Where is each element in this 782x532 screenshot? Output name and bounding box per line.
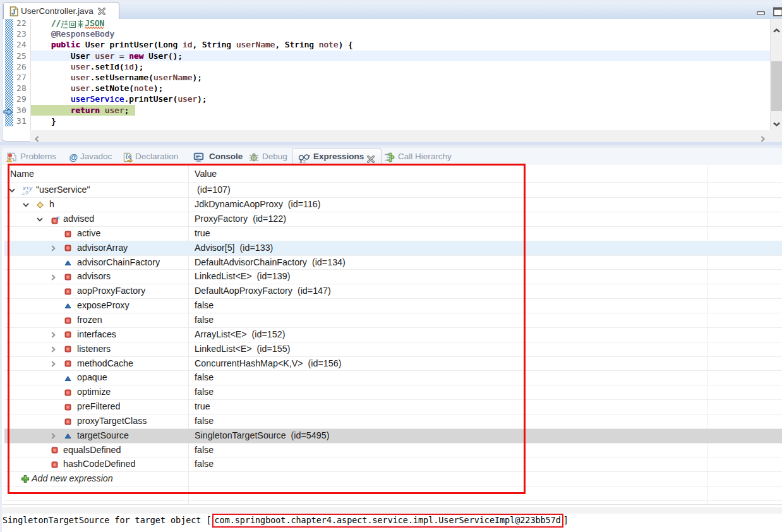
view-tab-call-hierarchy[interactable]: Call Hierarchy: [398, 152, 452, 161]
column-header-value[interactable]: Value: [195, 169, 217, 179]
row-gridline: [4, 212, 782, 212]
code-line-30[interactable]: 30 return user;: [3, 105, 771, 116]
editor-tab-usercontroller[interactable]: J UserController.java: [3, 2, 119, 20]
code-line-26[interactable]: 26 user.setId(id);: [3, 61, 771, 72]
scroll-up-icon[interactable]: [773, 25, 780, 36]
problems-icon: [6, 151, 17, 162]
view-tab-expressions[interactable]: x = Expressions: [292, 148, 382, 165]
bottom-view-stack: Problems@ Javadoc{e Declaration Console …: [2, 148, 782, 532]
table-row-advised[interactable]: FadvisedProxyFactory (id=122): [2, 212, 782, 226]
collapse-arrow-icon[interactable]: [51, 430, 56, 441]
view-tab-debug[interactable]: Debug: [262, 152, 287, 161]
table-row-advisors[interactable]: advisorsLinkedList<E> (id=139): [2, 269, 782, 284]
field-default-icon: [64, 372, 71, 384]
view-tab-declaration[interactable]: Declaration: [135, 152, 178, 161]
table-row-advisorchainfactory[interactable]: advisorChainFactoryDefaultAdvisorChainFa…: [2, 255, 782, 270]
code-line-24[interactable]: 24 public User printUser(Long id, String…: [3, 39, 771, 50]
editor-horizontal-scrollbar[interactable]: [30, 130, 770, 142]
editor-panel-sash[interactable]: [0, 142, 782, 145]
table-row-opaque[interactable]: opaquefalse: [2, 370, 782, 385]
close-view-icon[interactable]: [367, 153, 375, 164]
field-private-icon: [64, 242, 71, 253]
scroll-down-icon[interactable]: [773, 118, 780, 130]
expressions-table[interactable]: Name Value x+y=?"userService" (id=107)hJ…: [2, 165, 782, 505]
row-name: advised: [63, 212, 94, 226]
svg-text:F: F: [56, 215, 60, 221]
table-row-equalsdefined[interactable]: equalsDefinedfalse: [2, 443, 782, 457]
row-name: interfaces: [77, 327, 116, 342]
row-gridline: [4, 385, 782, 385]
field-default-icon: [64, 300, 71, 311]
highlighted-classname: com.springboot.chapter4.aspect.service.i…: [212, 514, 563, 528]
expand-arrow-icon[interactable]: [37, 213, 43, 224]
row-name: Add new expression: [32, 471, 113, 486]
code-line-29[interactable]: 29 userService.printUser(user);: [3, 94, 771, 104]
table-row-prefiltered[interactable]: preFilteredtrue: [2, 399, 782, 414]
vscroll-thumb[interactable]: [771, 61, 782, 111]
row-value: false: [195, 457, 214, 471]
code-line-31[interactable]: 31 }: [3, 116, 771, 126]
table-row-userservice[interactable]: x+y=?"userService" (id=107): [2, 183, 782, 197]
javadoc-icon: @: [69, 151, 78, 162]
table-row-aopproxyfactory[interactable]: aopProxyFactoryDefaultAopProxyFactory (i…: [2, 284, 782, 298]
table-row-targetsource[interactable]: targetSourceSingletonTargetSource (id=54…: [2, 428, 782, 443]
collapse-arrow-icon[interactable]: [51, 358, 56, 369]
table-row-proxytargetclass[interactable]: proxyTargetClassfalse: [2, 414, 782, 428]
editor-tab-bar: J UserController.java: [3, 2, 782, 20]
code-line-23[interactable]: 23 @ResponseBody: [3, 28, 771, 39]
field-private-icon: [64, 401, 71, 412]
row-value: ConcurrentHashMap<K,V> (id=156): [195, 356, 341, 371]
table-row-hashcodedefined[interactable]: hashCodeDefinedfalse: [2, 457, 782, 471]
expression-detail-pane[interactable]: SingletonTargetSource for target object …: [2, 505, 782, 532]
row-name: advisorArray: [77, 241, 128, 255]
code-line-25[interactable]: 25 User user = new User();: [3, 51, 771, 61]
minimize-icon[interactable]: [757, 6, 765, 17]
line-number: 24: [16, 39, 27, 50]
collapse-arrow-icon[interactable]: [51, 271, 56, 282]
view-tab-problems[interactable]: Problems: [20, 152, 56, 161]
table-row-exposeproxy[interactable]: exposeProxyfalse: [2, 298, 782, 313]
code-line-28[interactable]: 28 user.setNote(note);: [3, 83, 771, 94]
row-name: targetSource: [77, 428, 129, 443]
row-gridline: [4, 313, 782, 313]
table-row-methodcache[interactable]: methodCacheConcurrentHashMap<K,V> (id=15…: [2, 356, 782, 371]
collapse-arrow-icon[interactable]: [51, 343, 56, 354]
code-line-22[interactable]: 22 //JSON: [3, 19, 771, 28]
code-editor[interactable]: 22 //JSON23 @ResponseBody24 public User …: [3, 19, 771, 130]
maximize-icon[interactable]: [773, 6, 782, 17]
table-row-active[interactable]: activetrue: [2, 226, 782, 241]
table-row-listeners[interactable]: listenersLinkedList<E> (id=155): [2, 342, 782, 356]
cjk-comment-glyphs: [61, 19, 85, 28]
line-number: 28: [16, 83, 27, 94]
row-gridline: [4, 457, 782, 457]
collapse-arrow-icon[interactable]: [51, 242, 56, 253]
table-row-optimize[interactable]: optimizefalse: [2, 385, 782, 399]
table-row-h[interactable]: hJdkDynamicAopProxy (id=116): [2, 197, 782, 212]
expand-arrow-icon[interactable]: [9, 184, 15, 196]
row-name: advisorChainFactory: [77, 255, 160, 270]
view-tab-javadoc[interactable]: Javadoc: [80, 152, 112, 161]
table-row-interfaces[interactable]: interfacesArrayList<E> (id=152): [2, 327, 782, 342]
table-row-add-new-expression[interactable]: Add new expression: [2, 471, 782, 486]
code-line-27[interactable]: 27 user.setUsername(userName);: [3, 72, 771, 83]
java-file-icon: J: [9, 6, 18, 17]
field-private-icon: [64, 227, 71, 239]
field-default-icon: [64, 430, 71, 441]
table-row-advisorarray[interactable]: advisorArrayAdvisor[5] (id=133): [2, 241, 782, 255]
row-value: false: [195, 385, 214, 399]
row-name: optimize: [77, 385, 111, 399]
row-gridline: [4, 356, 782, 357]
column-header-name[interactable]: Name: [10, 169, 34, 179]
field-private-icon: [64, 286, 71, 297]
scrollbar-corner: [770, 130, 782, 142]
table-row-frozen[interactable]: frozenfalse: [2, 313, 782, 327]
close-icon[interactable]: [98, 6, 105, 17]
row-value: JdkDynamicAopProxy (id=116): [195, 197, 321, 212]
editor-vertical-scrollbar[interactable]: [770, 19, 782, 130]
row-name: frozen: [77, 313, 102, 327]
view-tab-console[interactable]: Console: [209, 152, 243, 161]
expand-arrow-icon[interactable]: [23, 199, 29, 210]
row-name: preFiltered: [77, 399, 120, 414]
add-icon: [21, 473, 30, 485]
collapse-arrow-icon[interactable]: [51, 329, 56, 340]
